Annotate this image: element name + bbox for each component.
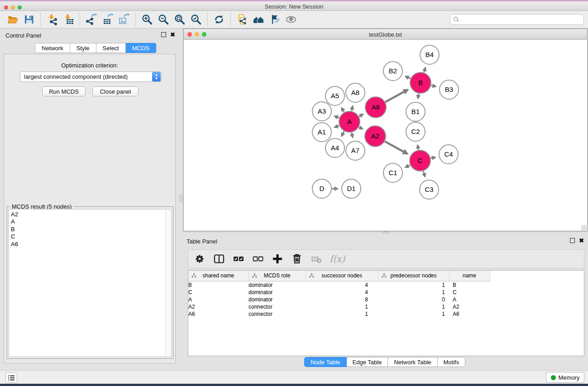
float-panel-icon[interactable] — [161, 32, 166, 37]
edge-C-C4[interactable] — [430, 157, 435, 158]
network-graph[interactable]: B4B2BB3A8A5A6A3B1AC2A1A2A4A7C4CC1DD1C3 — [184, 40, 587, 230]
edge-A6-B[interactable] — [385, 90, 408, 102]
column-header-MCDS-role[interactable]: MCDS role — [249, 271, 306, 281]
home-button[interactable] — [250, 12, 267, 27]
close-panel-button[interactable]: Close panel — [92, 86, 139, 96]
graph-node-C1[interactable]: C1 — [383, 163, 402, 182]
graph-node-A5[interactable]: A5 — [325, 86, 344, 105]
graph-node-A3[interactable]: A3 — [312, 102, 331, 121]
edge-A-A1[interactable] — [335, 125, 339, 127]
gear-button[interactable] — [193, 253, 206, 265]
edge-A-A4[interactable] — [341, 131, 344, 136]
graph-node-D[interactable]: D — [312, 179, 331, 198]
split-divider-grip-vertical[interactable] — [179, 195, 182, 202]
graph-node-B3[interactable]: B3 — [440, 80, 459, 99]
edge-C-C2[interactable] — [418, 145, 419, 150]
column-header-successor-nodes[interactable]: successor nodes — [306, 271, 378, 281]
mcds-result-item[interactable]: C — [11, 233, 171, 240]
graph-node-B[interactable]: B — [410, 72, 431, 93]
tab-network[interactable]: Network — [35, 43, 70, 53]
eye-button[interactable] — [283, 12, 299, 27]
graph-node-C3[interactable]: C3 — [420, 180, 439, 199]
import-table-button[interactable] — [60, 12, 76, 27]
table-row[interactable]: A6 connector 1 1 A6 — [188, 310, 584, 318]
table-row[interactable]: B dominator 4 1 B — [188, 281, 584, 289]
edge-B-B1[interactable] — [418, 94, 419, 99]
edge-A-A8[interactable] — [352, 106, 353, 111]
edge-B-B4[interactable] — [424, 68, 425, 73]
scrollbar-track[interactable] — [165, 210, 171, 357]
edge-C-C3[interactable] — [423, 171, 425, 176]
run-mcds-button[interactable]: Run MCDS — [42, 86, 86, 96]
edge-B-B3[interactable] — [431, 86, 435, 86]
edge-A-A3[interactable] — [335, 116, 339, 118]
export-network-button[interactable] — [83, 12, 100, 27]
criterion-dropdown[interactable]: largest connected component (directed) ▲… — [20, 71, 162, 82]
edge-A-A5[interactable] — [342, 108, 344, 112]
table-row[interactable]: A2 connector 1 1 A2 — [188, 303, 584, 310]
memory-button[interactable]: Memory — [546, 372, 584, 383]
edge-A2-C[interactable] — [385, 141, 407, 153]
graph-node-C2[interactable]: C2 — [406, 122, 425, 141]
search-field[interactable] — [450, 14, 584, 25]
tab-motifs[interactable]: Motifs — [438, 357, 466, 367]
zoom-out-button[interactable] — [155, 12, 172, 27]
graph-node-C4[interactable]: C4 — [439, 145, 458, 164]
export-image-button[interactable] — [116, 12, 132, 27]
mcds-result-item[interactable]: A6 — [11, 241, 171, 248]
mcds-result-item[interactable]: A2 — [11, 211, 171, 218]
network-canvas[interactable]: B4B2BB3A8A5A6A3B1AC2A1A2A4A7C4CC1DD1C3 — [184, 40, 587, 230]
table-row[interactable]: C dominator 4 1 C — [188, 289, 584, 296]
graph-node-A4[interactable]: A4 — [325, 138, 344, 157]
columns-button[interactable] — [213, 253, 225, 265]
export-table-button[interactable] — [100, 12, 116, 27]
graph-node-A8[interactable]: A8 — [346, 83, 365, 102]
mcds-result-item[interactable]: B — [11, 226, 171, 233]
flag-button[interactable] — [267, 12, 283, 27]
mcds-result-item[interactable]: A — [11, 218, 171, 225]
search-input[interactable] — [459, 16, 583, 23]
edge-B-B2[interactable] — [406, 76, 411, 79]
zoom-selected-button[interactable] — [188, 12, 204, 27]
edge-A-A6[interactable] — [359, 114, 363, 116]
refresh-button[interactable] — [211, 12, 227, 27]
tab-style[interactable]: Style — [70, 43, 96, 53]
graph-node-B1[interactable]: B1 — [406, 102, 425, 121]
import-network-button[interactable] — [44, 12, 60, 27]
graph-node-D1[interactable]: D1 — [342, 179, 361, 198]
graph-node-A2[interactable]: A2 — [365, 126, 386, 147]
column-header-name[interactable]: name — [449, 271, 490, 281]
close-table-panel-icon[interactable]: ✖ — [579, 238, 584, 243]
tab-mcds[interactable]: MCDS — [126, 43, 156, 53]
graph-node-A[interactable]: A — [339, 111, 360, 132]
edge-C-C1[interactable] — [405, 165, 410, 167]
split-divider-grip-horizontal[interactable] — [382, 231, 389, 234]
graph-node-C[interactable]: C — [410, 150, 430, 171]
function-builder-button[interactable]: f(x) — [330, 253, 345, 264]
graph-node-A6[interactable]: A6 — [365, 97, 386, 118]
tab-edge-table[interactable]: Edge Table — [347, 357, 388, 367]
edge-A-A2[interactable] — [359, 127, 363, 129]
graph-node-A7[interactable]: A7 — [346, 141, 365, 160]
select-all-button[interactable] — [232, 253, 245, 265]
delete-table-button[interactable] — [310, 253, 323, 265]
trash-button[interactable] — [291, 253, 303, 265]
zoom-fit-button[interactable] — [172, 12, 188, 27]
plus-button[interactable] — [271, 253, 284, 265]
tab-select[interactable]: Select — [96, 43, 126, 53]
node-table[interactable]: shared nameMCDS rolesuccessor nodesprede… — [188, 270, 584, 356]
save-button[interactable] — [21, 12, 37, 27]
graph-node-A1[interactable]: A1 — [312, 123, 331, 142]
deselect-all-button[interactable] — [252, 253, 264, 265]
table-row[interactable]: A dominator 8 0 A — [188, 296, 584, 303]
window-resize-grip[interactable] — [581, 225, 587, 230]
open-folder-button[interactable] — [5, 12, 21, 27]
zoom-in-button[interactable] — [139, 12, 155, 27]
close-panel-icon[interactable]: ✖ — [170, 32, 175, 37]
tab-network-table[interactable]: Network Table — [388, 357, 437, 367]
graph-node-B2[interactable]: B2 — [383, 62, 402, 81]
clone-network-button[interactable] — [234, 12, 250, 27]
column-header-predecessor-nodes[interactable]: predecessor nodes — [378, 271, 449, 281]
mcds-result-list[interactable]: A2ABCA6 — [9, 209, 172, 357]
task-history-button[interactable] — [5, 372, 17, 383]
